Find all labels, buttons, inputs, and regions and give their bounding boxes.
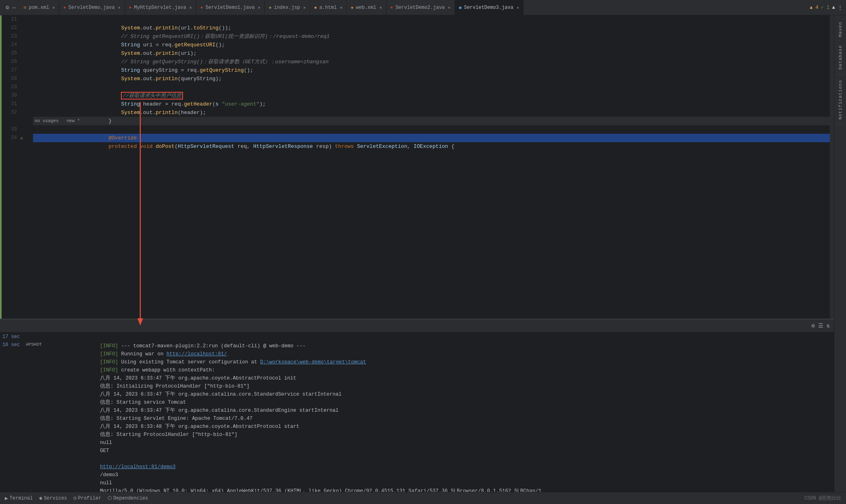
dependencies-button[interactable]: ⬡ Dependencies bbox=[108, 495, 148, 501]
code-line-34: protected void doPost(HttpServletRequest… bbox=[33, 134, 834, 142]
line-num-29: 29 bbox=[4, 83, 17, 91]
tab-servletdemo2[interactable]: ● ServletDemo2.java ✕ bbox=[387, 0, 455, 15]
line-num-31: 31 bbox=[4, 100, 17, 108]
console-line-1: [INFO] --- tomcat7-maven-plugin:2.2:run … bbox=[52, 334, 831, 342]
code-line-33: @Override bbox=[33, 125, 834, 134]
warning-count[interactable]: ▲ 4 bbox=[810, 5, 819, 10]
line-num-26: 26 bbox=[4, 58, 17, 66]
console-area: ⚙ ☰ ⇅ 17 sec 16 sec bbox=[0, 319, 834, 492]
right-sidebar: Maven Database Notifications bbox=[834, 15, 846, 492]
tab-indexjsp[interactable]: ◆ index.jsp ✕ bbox=[265, 0, 310, 15]
tab-label-indexjsp: index.jsp bbox=[274, 5, 300, 10]
more-icon[interactable]: ⋮ bbox=[838, 4, 843, 11]
tab-icon-pom: m bbox=[24, 5, 27, 10]
gutter-31 bbox=[20, 100, 28, 108]
line-num-21: 21 bbox=[4, 15, 17, 24]
line-num-22: 22 bbox=[4, 24, 17, 32]
services-icon: ◉ bbox=[39, 495, 42, 501]
console-label-apshot: APSHOT bbox=[26, 342, 48, 350]
tab-icon-servletdemo1: ● bbox=[200, 5, 203, 10]
console-link-localhost81[interactable]: http://localhost:81/ bbox=[166, 351, 227, 357]
line-num-28: 28 bbox=[4, 75, 17, 83]
tab-label-servletdemo1: ServletDemo1.java bbox=[206, 5, 255, 10]
line-num-33: 33 bbox=[4, 125, 17, 134]
line-num-25: 25 bbox=[4, 49, 17, 58]
tab-close-ahtml[interactable]: ✕ bbox=[340, 5, 342, 10]
editor-scrollbar[interactable] bbox=[830, 15, 834, 319]
tab-label-pom: pom.xml bbox=[29, 5, 49, 10]
sidebar-maven-label[interactable]: Maven bbox=[837, 19, 844, 40]
tab-label-ahtml: a.html bbox=[319, 5, 337, 10]
console-link-demo3[interactable]: http://localhost:81/demo3 bbox=[100, 464, 176, 470]
tab-webxml[interactable]: ◆ web.xml ✕ bbox=[347, 0, 386, 15]
tab-close-servletdemo1[interactable]: ✕ bbox=[258, 5, 260, 10]
tab-close-servletdemo2[interactable]: ✕ bbox=[448, 5, 451, 10]
gutter-33 bbox=[20, 125, 28, 134]
tab-myhttpservlet[interactable]: ● MyHttpServlet.java ✕ bbox=[125, 0, 196, 15]
line-num-27: 27 bbox=[4, 66, 17, 75]
tab-label-myhttpservlet: MyHttpServlet.java bbox=[134, 5, 186, 10]
minimize-icon[interactable]: — bbox=[11, 4, 16, 12]
console-settings-icon[interactable]: ⚙ bbox=[811, 322, 815, 329]
terminal-button[interactable]: ▶ Terminal bbox=[5, 495, 33, 502]
dependencies-label: Dependencies bbox=[113, 496, 148, 501]
console-sort-icon[interactable]: ⇅ bbox=[827, 322, 830, 329]
tab-close-indexjsp[interactable]: ✕ bbox=[303, 5, 306, 10]
tab-close-servletdemo3[interactable]: ✕ bbox=[517, 5, 519, 10]
tab-servletdemo1[interactable]: ● ServletDemo1.java ✕ bbox=[196, 0, 265, 15]
gutter-22 bbox=[20, 24, 28, 32]
tab-label-servletdemo: ServletDemo.java bbox=[69, 5, 115, 10]
console-log-content[interactable]: [INFO] --- tomcat7-maven-plugin:2.2:run … bbox=[48, 332, 834, 492]
code-content[interactable]: System.out.println(url.toString()); // S… bbox=[28, 15, 834, 319]
tab-ahtml[interactable]: ◆ a.html ✕ bbox=[310, 0, 347, 15]
console-time-16sec: 16 sec bbox=[0, 342, 24, 350]
gutter-29 bbox=[20, 83, 28, 91]
line-num-30: 30 bbox=[4, 91, 17, 100]
terminal-label: Terminal bbox=[10, 496, 33, 501]
red-box-comment: //获取请求头中用户信息 bbox=[121, 92, 183, 100]
tab-label-webxml: web.xml bbox=[356, 5, 376, 10]
sidebar-database-label[interactable]: Database bbox=[837, 42, 844, 75]
tab-pom-xml[interactable]: m pom.xml ✕ bbox=[20, 0, 59, 15]
tab-servletdemo[interactable]: ● ServletDemo.java ✕ bbox=[59, 0, 125, 15]
console-wrap-icon[interactable]: ☰ bbox=[818, 322, 823, 329]
profiler-button[interactable]: ◷ Profiler bbox=[73, 495, 101, 501]
tab-bar-right: ▲ 4 ✓ 1 ▲ ⋮ bbox=[807, 0, 846, 15]
tab-close-myhttpservlet[interactable]: ✕ bbox=[189, 5, 192, 10]
modified-indicator-bar bbox=[0, 15, 2, 319]
gutter-27 bbox=[20, 66, 28, 75]
tab-icon-ahtml: ◆ bbox=[314, 5, 317, 10]
tab-label-servletdemo2: ServletDemo2.java bbox=[395, 5, 445, 10]
tab-icon-servletdemo2: ● bbox=[391, 5, 393, 10]
tab-close-webxml[interactable]: ✕ bbox=[379, 5, 382, 10]
services-button[interactable]: ◉ Services bbox=[39, 495, 67, 501]
tab-servletdemo3[interactable]: ◉ ServletDemo3.java ✕ bbox=[455, 0, 524, 15]
line-num-24: 24 bbox=[4, 41, 17, 49]
console-link-tomcat-path[interactable]: D:\workspace\web-demo\target\tomcat bbox=[260, 359, 366, 365]
console-label-column: APSHOT bbox=[24, 332, 48, 492]
tab-close-pom[interactable]: ✕ bbox=[52, 5, 55, 10]
tab-close-servletdemo[interactable]: ✕ bbox=[118, 5, 121, 10]
settings-icon[interactable]: ⚙ bbox=[5, 3, 10, 12]
gutter-column: ⚠ bbox=[20, 15, 28, 319]
code-line-29: //获取请求头中用户信息 bbox=[33, 83, 834, 91]
sidebar-notifications-label[interactable]: Notifications bbox=[837, 77, 844, 125]
app-window: ⚙ — m pom.xml ✕ ● ServletDemo.java ✕ ● M… bbox=[0, 0, 846, 504]
console-label-snapshot bbox=[26, 334, 48, 342]
expand-icon[interactable]: ▲ bbox=[832, 4, 835, 10]
check-count: ✓ 1 bbox=[821, 4, 830, 10]
profiler-icon: ◷ bbox=[73, 495, 76, 501]
gutter-32 bbox=[20, 108, 28, 117]
tabs-container: m pom.xml ✕ ● ServletDemo.java ✕ ● MyHtt… bbox=[20, 0, 807, 15]
status-bar-left: ▶ Terminal ◉ Services ◷ Profiler ⬡ Depen… bbox=[5, 495, 148, 502]
no-usages-text: no usages new * bbox=[35, 117, 80, 125]
status-bar-right: CSDN @恶熊比比 bbox=[804, 495, 841, 502]
editor-and-console: 21 22 23 24 25 26 27 28 29 30 31 32 bbox=[0, 15, 834, 492]
code-line-21: System.out.println(url.toString()); bbox=[33, 15, 834, 24]
console-time-blank1 bbox=[0, 350, 24, 358]
console-time-blank5 bbox=[0, 382, 24, 390]
console-time-blank4 bbox=[0, 374, 24, 382]
warning-icon-34: ⚠ bbox=[20, 135, 23, 141]
gutter-24 bbox=[20, 41, 28, 49]
gutter-23 bbox=[20, 32, 28, 41]
